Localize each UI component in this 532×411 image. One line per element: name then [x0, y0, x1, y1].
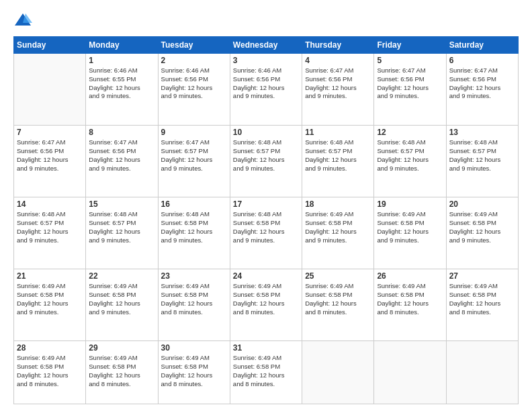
- day-number: 17: [233, 199, 299, 209]
- calendar-cell: 9Sunrise: 6:47 AMSunset: 6:57 PMDaylight…: [158, 126, 230, 197]
- cell-text: Sunrise: 6:49 AMSunset: 6:58 PMDaylight:…: [17, 354, 83, 388]
- weekday-header-row: SundayMondayTuesdayWednesdayThursdayFrid…: [14, 37, 519, 54]
- calendar-cell: 17Sunrise: 6:48 AMSunset: 6:58 PMDayligh…: [230, 197, 302, 269]
- calendar-week-row: 7Sunrise: 6:47 AMSunset: 6:56 PMDaylight…: [14, 126, 519, 197]
- calendar-cell: 19Sunrise: 6:49 AMSunset: 6:58 PMDayligh…: [374, 197, 446, 269]
- calendar-cell: [374, 341, 446, 404]
- header: [13, 11, 519, 30]
- weekday-header-saturday: Saturday: [446, 37, 518, 54]
- calendar-cell: [302, 341, 374, 404]
- day-number: 25: [305, 271, 371, 281]
- day-number: 13: [449, 128, 515, 137]
- calendar-cell: 2Sunrise: 6:46 AMSunset: 6:56 PMDaylight…: [158, 54, 230, 126]
- calendar-week-row: 28Sunrise: 6:49 AMSunset: 6:58 PMDayligh…: [14, 341, 519, 404]
- weekday-header-wednesday: Wednesday: [230, 37, 302, 54]
- day-number: 1: [89, 56, 154, 65]
- calendar-cell: 4Sunrise: 6:47 AMSunset: 6:56 PMDaylight…: [302, 54, 374, 126]
- calendar-cell: 26Sunrise: 6:49 AMSunset: 6:58 PMDayligh…: [374, 269, 446, 341]
- cell-text: Sunrise: 6:46 AMSunset: 6:55 PMDaylight:…: [89, 66, 154, 101]
- calendar-cell: [14, 54, 86, 126]
- calendar-cell: 13Sunrise: 6:48 AMSunset: 6:57 PMDayligh…: [446, 126, 518, 197]
- day-number: 20: [449, 199, 515, 209]
- day-number: 16: [161, 199, 227, 209]
- cell-text: Sunrise: 6:48 AMSunset: 6:58 PMDaylight:…: [161, 210, 227, 244]
- cell-text: Sunrise: 6:48 AMSunset: 6:58 PMDaylight:…: [233, 210, 299, 244]
- cell-text: Sunrise: 6:49 AMSunset: 6:58 PMDaylight:…: [233, 354, 299, 388]
- page: SundayMondayTuesdayWednesdayThursdayFrid…: [0, 0, 532, 411]
- cell-text: Sunrise: 6:49 AMSunset: 6:58 PMDaylight:…: [449, 282, 515, 316]
- calendar-cell: 5Sunrise: 6:47 AMSunset: 6:56 PMDaylight…: [374, 54, 446, 126]
- cell-text: Sunrise: 6:49 AMSunset: 6:58 PMDaylight:…: [17, 282, 83, 316]
- day-number: 26: [377, 271, 443, 281]
- calendar-cell: 14Sunrise: 6:48 AMSunset: 6:57 PMDayligh…: [14, 197, 86, 269]
- calendar-cell: 20Sunrise: 6:49 AMSunset: 6:58 PMDayligh…: [446, 197, 518, 269]
- cell-text: Sunrise: 6:48 AMSunset: 6:57 PMDaylight:…: [233, 138, 299, 173]
- cell-text: Sunrise: 6:47 AMSunset: 6:56 PMDaylight:…: [89, 138, 154, 173]
- calendar-cell: 1Sunrise: 6:46 AMSunset: 6:55 PMDaylight…: [86, 54, 158, 126]
- calendar-table: SundayMondayTuesdayWednesdayThursdayFrid…: [13, 36, 519, 404]
- calendar-cell: 16Sunrise: 6:48 AMSunset: 6:58 PMDayligh…: [158, 197, 230, 269]
- day-number: 2: [161, 56, 227, 65]
- calendar-week-row: 21Sunrise: 6:49 AMSunset: 6:58 PMDayligh…: [14, 269, 519, 341]
- day-number: 7: [17, 128, 83, 137]
- logo-icon: [13, 11, 32, 30]
- day-number: 22: [89, 271, 154, 281]
- day-number: 4: [305, 56, 371, 65]
- calendar-cell: 12Sunrise: 6:48 AMSunset: 6:57 PMDayligh…: [374, 126, 446, 197]
- calendar-week-row: 1Sunrise: 6:46 AMSunset: 6:55 PMDaylight…: [14, 54, 519, 126]
- calendar-cell: 22Sunrise: 6:49 AMSunset: 6:58 PMDayligh…: [86, 269, 158, 341]
- cell-text: Sunrise: 6:49 AMSunset: 6:58 PMDaylight:…: [161, 282, 227, 316]
- weekday-header-monday: Monday: [86, 37, 158, 54]
- logo: [13, 11, 35, 30]
- calendar-cell: 8Sunrise: 6:47 AMSunset: 6:56 PMDaylight…: [86, 126, 158, 197]
- day-number: 30: [161, 343, 227, 353]
- day-number: 21: [17, 271, 83, 281]
- day-number: 12: [377, 128, 443, 137]
- calendar-week-row: 14Sunrise: 6:48 AMSunset: 6:57 PMDayligh…: [14, 197, 519, 269]
- calendar-cell: 27Sunrise: 6:49 AMSunset: 6:58 PMDayligh…: [446, 269, 518, 341]
- calendar-cell: 30Sunrise: 6:49 AMSunset: 6:58 PMDayligh…: [158, 341, 230, 404]
- cell-text: Sunrise: 6:49 AMSunset: 6:58 PMDaylight:…: [377, 282, 443, 316]
- weekday-header-friday: Friday: [374, 37, 446, 54]
- day-number: 18: [305, 199, 371, 209]
- day-number: 23: [161, 271, 227, 281]
- calendar-cell: 29Sunrise: 6:49 AMSunset: 6:58 PMDayligh…: [86, 341, 158, 404]
- cell-text: Sunrise: 6:48 AMSunset: 6:57 PMDaylight:…: [449, 138, 515, 173]
- cell-text: Sunrise: 6:47 AMSunset: 6:56 PMDaylight:…: [377, 66, 443, 101]
- cell-text: Sunrise: 6:49 AMSunset: 6:58 PMDaylight:…: [377, 210, 443, 244]
- day-number: 8: [89, 128, 154, 137]
- calendar-cell: 10Sunrise: 6:48 AMSunset: 6:57 PMDayligh…: [230, 126, 302, 197]
- calendar-cell: 3Sunrise: 6:46 AMSunset: 6:56 PMDaylight…: [230, 54, 302, 126]
- cell-text: Sunrise: 6:49 AMSunset: 6:58 PMDaylight:…: [305, 210, 371, 244]
- cell-text: Sunrise: 6:46 AMSunset: 6:56 PMDaylight:…: [233, 66, 299, 101]
- calendar-cell: 18Sunrise: 6:49 AMSunset: 6:58 PMDayligh…: [302, 197, 374, 269]
- cell-text: Sunrise: 6:49 AMSunset: 6:58 PMDaylight:…: [89, 354, 154, 388]
- day-number: 31: [233, 343, 299, 353]
- day-number: 14: [17, 199, 83, 209]
- calendar-cell: 28Sunrise: 6:49 AMSunset: 6:58 PMDayligh…: [14, 341, 86, 404]
- calendar-cell: 24Sunrise: 6:49 AMSunset: 6:58 PMDayligh…: [230, 269, 302, 341]
- weekday-header-thursday: Thursday: [302, 37, 374, 54]
- cell-text: Sunrise: 6:49 AMSunset: 6:58 PMDaylight:…: [89, 282, 154, 316]
- calendar-cell: 7Sunrise: 6:47 AMSunset: 6:56 PMDaylight…: [14, 126, 86, 197]
- calendar-cell: 21Sunrise: 6:49 AMSunset: 6:58 PMDayligh…: [14, 269, 86, 341]
- cell-text: Sunrise: 6:49 AMSunset: 6:58 PMDaylight:…: [233, 282, 299, 316]
- svg-marker-1: [23, 13, 32, 23]
- cell-text: Sunrise: 6:48 AMSunset: 6:57 PMDaylight:…: [305, 138, 371, 173]
- calendar-cell: 31Sunrise: 6:49 AMSunset: 6:58 PMDayligh…: [230, 341, 302, 404]
- cell-text: Sunrise: 6:49 AMSunset: 6:58 PMDaylight:…: [161, 354, 227, 388]
- calendar-cell: [446, 341, 518, 404]
- day-number: 10: [233, 128, 299, 137]
- cell-text: Sunrise: 6:48 AMSunset: 6:57 PMDaylight:…: [377, 138, 443, 173]
- day-number: 28: [17, 343, 83, 353]
- cell-text: Sunrise: 6:47 AMSunset: 6:56 PMDaylight:…: [449, 66, 515, 101]
- day-number: 29: [89, 343, 154, 353]
- calendar-cell: 23Sunrise: 6:49 AMSunset: 6:58 PMDayligh…: [158, 269, 230, 341]
- calendar-cell: 15Sunrise: 6:48 AMSunset: 6:57 PMDayligh…: [86, 197, 158, 269]
- calendar-cell: 25Sunrise: 6:49 AMSunset: 6:58 PMDayligh…: [302, 269, 374, 341]
- day-number: 9: [161, 128, 227, 137]
- cell-text: Sunrise: 6:48 AMSunset: 6:57 PMDaylight:…: [89, 210, 154, 244]
- cell-text: Sunrise: 6:47 AMSunset: 6:57 PMDaylight:…: [161, 138, 227, 173]
- day-number: 5: [377, 56, 443, 65]
- day-number: 6: [449, 56, 515, 65]
